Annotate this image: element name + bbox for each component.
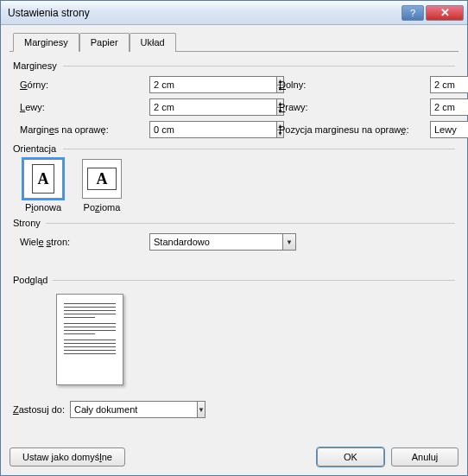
- group-margins: Marginesy Górny: ▲▼ Dolny: ▲▼ Lewy: ▲▼ P…: [13, 60, 455, 138]
- input-left[interactable]: ▲▼: [149, 98, 244, 116]
- close-button[interactable]: ✕: [426, 5, 464, 21]
- label-gutter-pos: Pozycja marginesu na oprawę:: [279, 124, 430, 135]
- select-gutter-pos[interactable]: ▼: [430, 121, 468, 138]
- select-multi[interactable]: ▼: [149, 233, 296, 251]
- portrait-icon: A: [32, 164, 54, 194]
- group-preview: Podgląd: [13, 275, 455, 385]
- landscape-icon: A: [87, 168, 117, 190]
- group-preview-label: Podgląd: [13, 275, 455, 285]
- apply-row: Zastosuj do: ▼: [13, 401, 455, 418]
- tab-strip: Marginesy Papier Układ: [13, 32, 459, 51]
- group-margins-label: Marginesy: [13, 60, 455, 71]
- titlebar: Ustawienia strony ? ✕: [1, 1, 467, 25]
- input-bottom[interactable]: ▲▼: [430, 76, 468, 93]
- label-gutter: Margines na oprawę:: [20, 124, 149, 135]
- select-apply[interactable]: ▼: [70, 401, 191, 418]
- cancel-button[interactable]: Anuluj: [391, 447, 459, 466]
- help-button[interactable]: ?: [402, 5, 424, 21]
- orientation-landscape[interactable]: A Pozioma: [82, 159, 122, 213]
- label-left: Lewy:: [20, 102, 149, 112]
- input-right[interactable]: ▲▼: [430, 98, 468, 116]
- set-default-button[interactable]: Ustaw jako domyślne: [9, 447, 125, 466]
- label-right: Prawy:: [279, 102, 430, 112]
- window-title: Ustawienia strony: [8, 7, 400, 19]
- input-gutter[interactable]: ▲▼: [149, 121, 244, 138]
- group-pages: Strony Wiele stron: ▼: [13, 218, 455, 251]
- tab-layout[interactable]: Układ: [130, 33, 176, 52]
- label-top: Górny:: [20, 79, 149, 90]
- group-pages-label: Strony: [13, 218, 455, 228]
- label-bottom: Dolny:: [279, 79, 430, 90]
- chevron-down-icon[interactable]: ▼: [282, 233, 296, 251]
- orientation-portrait[interactable]: A Pionowa: [23, 159, 63, 213]
- tab-margins[interactable]: Marginesy: [13, 33, 79, 52]
- preview-page: [56, 294, 123, 385]
- chevron-down-icon[interactable]: ▼: [197, 401, 206, 418]
- dialog-footer: Ustaw jako domyślne OK Anuluj: [9, 447, 459, 466]
- tab-paper[interactable]: Papier: [79, 33, 130, 52]
- page-setup-dialog: Ustawienia strony ? ✕ Marginesy Papier U…: [0, 0, 468, 476]
- group-orientation-label: Orientacja: [13, 143, 455, 154]
- label-apply: Zastosuj do:: [13, 404, 65, 415]
- group-orientation: Orientacja A Pionowa A Pozioma: [13, 143, 455, 213]
- input-top[interactable]: ▲▼: [149, 76, 244, 93]
- ok-button[interactable]: OK: [317, 447, 384, 466]
- label-multi: Wiele stron:: [20, 237, 149, 247]
